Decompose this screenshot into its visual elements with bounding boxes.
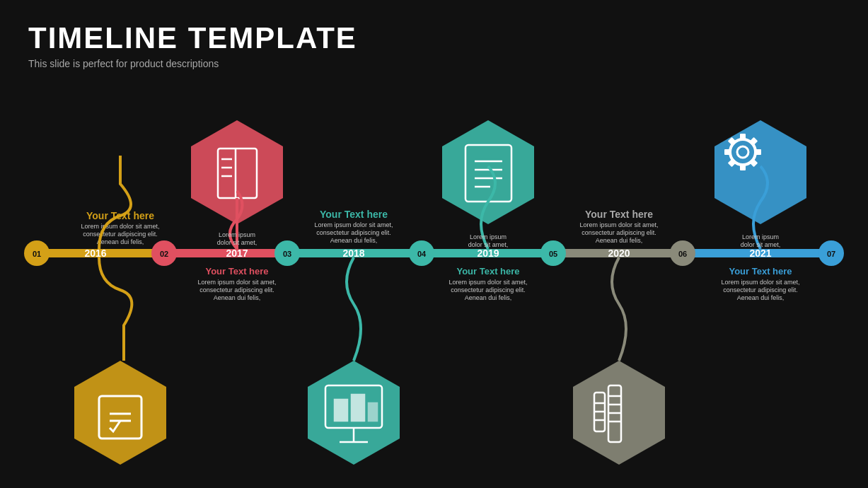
svg-text:Lorem ipsum dolor sit amet,: Lorem ipsum dolor sit amet, — [721, 279, 799, 286]
svg-text:2019: 2019 — [477, 248, 499, 259]
svg-text:Aenean dui felis,: Aenean dui felis, — [214, 294, 261, 301]
svg-text:Your Text here: Your Text here — [205, 266, 268, 277]
svg-text:Aenean dui felis,: Aenean dui felis, — [330, 237, 378, 244]
svg-rect-46 — [352, 395, 364, 421]
slide: TIMELINE TEMPLATE This slide is perfect … — [0, 0, 868, 488]
slide-title: TIMELINE TEMPLATE — [28, 21, 357, 55]
svg-text:Lorem ipsum: Lorem ipsum — [742, 233, 779, 240]
svg-text:Lorem ipsum dolor sit amet,: Lorem ipsum dolor sit amet, — [579, 221, 658, 228]
svg-text:consectetur adipiscing elit.: consectetur adipiscing elit. — [723, 286, 798, 294]
svg-text:Lorem ipsum dolor sit amet,: Lorem ipsum dolor sit amet, — [81, 223, 159, 230]
svg-text:2020: 2020 — [608, 248, 630, 259]
svg-text:Aenean dui felis,: Aenean dui felis, — [596, 237, 643, 244]
svg-rect-92 — [724, 149, 731, 155]
svg-text:07: 07 — [827, 250, 835, 258]
svg-text:01: 01 — [33, 250, 41, 258]
svg-text:consectetur adipiscing elit.: consectetur adipiscing elit. — [316, 229, 391, 236]
svg-text:Lorem ipsum dolor sit amet,: Lorem ipsum dolor sit amet, — [449, 279, 527, 286]
svg-text:03: 03 — [283, 250, 291, 258]
svg-text:consectetur adipiscing elit.: consectetur adipiscing elit. — [581, 229, 656, 236]
svg-rect-89 — [740, 134, 746, 141]
svg-text:Your Text here: Your Text here — [729, 266, 792, 277]
svg-text:02: 02 — [160, 250, 168, 258]
svg-text:05: 05 — [549, 250, 557, 258]
svg-text:Aenean dui felis,: Aenean dui felis, — [465, 294, 512, 301]
svg-text:Lorem ipsum dolor sit amet,: Lorem ipsum dolor sit amet, — [197, 279, 276, 286]
svg-rect-45 — [335, 400, 347, 421]
svg-text:consectetur adipiscing elit.: consectetur adipiscing elit. — [451, 286, 526, 294]
svg-text:04: 04 — [417, 250, 427, 258]
svg-text:dolor sit amet,: dolor sit amet, — [217, 239, 257, 246]
svg-text:Your Text here: Your Text here — [585, 209, 653, 220]
svg-text:Aenean dui felis,: Aenean dui felis, — [97, 238, 144, 245]
svg-text:Your Text here: Your Text here — [320, 209, 388, 220]
header: TIMELINE TEMPLATE This slide is perfect … — [28, 21, 357, 69]
svg-text:Your Text here: Your Text here — [456, 266, 519, 277]
svg-text:Lorem ipsum: Lorem ipsum — [470, 233, 507, 240]
svg-marker-52 — [442, 120, 534, 224]
svg-marker-86 — [714, 120, 806, 224]
svg-rect-91 — [754, 149, 761, 155]
svg-text:consectetur adipiscing elit.: consectetur adipiscing elit. — [199, 286, 274, 294]
svg-rect-1 — [163, 249, 287, 257]
svg-text:Aenean dui felis,: Aenean dui felis, — [737, 294, 785, 301]
svg-text:consectetur adipiscing elit.: consectetur adipiscing elit. — [83, 231, 158, 238]
svg-text:2017: 2017 — [226, 248, 248, 259]
svg-text:Lorem ipsum: Lorem ipsum — [219, 231, 255, 238]
svg-text:2016: 2016 — [84, 248, 106, 259]
svg-text:Lorem ipsum dolor sit amet,: Lorem ipsum dolor sit amet, — [314, 221, 393, 228]
slide-subtitle: This slide is perfect for product descri… — [28, 58, 357, 69]
timeline-svg: Your Text here Lorem ipsum dolor sit ame… — [0, 99, 868, 474]
svg-rect-90 — [740, 163, 746, 170]
svg-rect-47 — [369, 403, 377, 421]
svg-text:2021: 2021 — [749, 248, 771, 259]
svg-text:06: 06 — [678, 250, 687, 258]
svg-text:2018: 2018 — [342, 248, 364, 259]
